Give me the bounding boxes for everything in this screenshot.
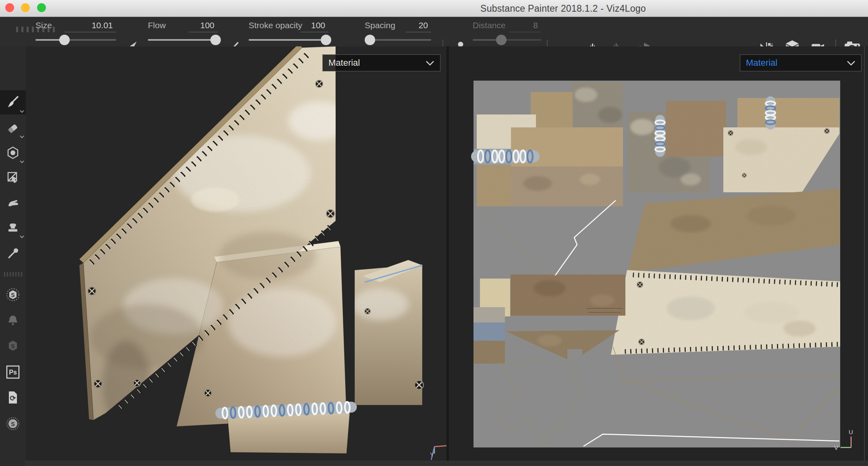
2d-uv-viewport[interactable]: UV	[449, 46, 868, 466]
stroke-opacity-slider[interactable]	[249, 39, 328, 41]
paint-brush-icon	[6, 96, 20, 109]
brush-settings-toolbar: Size 10.01 Flow 100 Stroke opacity 100 S…	[0, 17, 868, 46]
chevron-down-icon	[426, 60, 434, 66]
tool-polygon-fill[interactable]	[0, 165, 26, 189]
right-shading-mode-value: Material	[746, 58, 847, 68]
distance-parameter: Distance 8	[473, 19, 541, 44]
substance-share-icon: S	[6, 339, 20, 353]
svg-text:S: S	[11, 421, 15, 427]
tool-smudge[interactable]	[0, 190, 26, 214]
eraser-icon	[6, 121, 20, 135]
polygon-fill-icon	[6, 171, 20, 184]
substance-source-icon: S	[6, 287, 20, 302]
chevron-down-icon	[20, 135, 24, 138]
tool-export-photoshop[interactable]: Ps	[0, 360, 26, 384]
minimize-button[interactable]	[21, 3, 30, 12]
tool-resources-updater[interactable]: ⟳	[0, 385, 26, 410]
bell-icon	[6, 314, 20, 327]
clone-stamp-icon	[6, 221, 20, 235]
tool-eraser[interactable]	[0, 116, 26, 140]
substance-community-icon: S	[6, 416, 20, 431]
chevron-down-icon	[847, 60, 856, 66]
spacing-slider-handle[interactable]	[365, 35, 375, 45]
substance-painter-window: { "window": { "title": "Substance Painte…	[0, 0, 868, 466]
window-title: Substance Painter 2018.1.2 - Viz4Logo	[480, 3, 646, 14]
tool-clone[interactable]	[0, 216, 26, 240]
chevron-down-icon	[20, 235, 24, 238]
bottom-panel-splitter[interactable]	[25, 461, 868, 466]
svg-text:S: S	[11, 343, 15, 350]
resources-updater-icon: ⟳	[6, 391, 20, 404]
smudge-finger-icon	[6, 196, 20, 209]
flow-label: Flow	[148, 21, 166, 30]
svg-text:⟳: ⟳	[10, 394, 16, 402]
sidebar-divider	[4, 272, 22, 277]
spacing-label: Spacing	[365, 21, 395, 30]
spacing-value-field[interactable]: 20	[405, 21, 431, 32]
flow-slider-handle[interactable]	[210, 35, 221, 45]
distance-value-field: 8	[509, 21, 541, 32]
tool-notifications	[0, 308, 26, 333]
tool-substance-share: S	[0, 334, 26, 358]
chevron-down-icon	[20, 160, 24, 163]
close-button[interactable]	[5, 3, 14, 12]
flow-parameter: Flow 100	[148, 19, 218, 44]
svg-text:V: V	[834, 444, 838, 451]
size-slider[interactable]	[35, 39, 116, 41]
distance-slider-handle	[496, 35, 507, 45]
window-right-edge	[864, 46, 865, 466]
flow-slider[interactable]	[148, 39, 218, 41]
zoom-button[interactable]	[37, 3, 46, 12]
projection-icon	[6, 146, 20, 160]
3d-model-render[interactable]: XYZ	[26, 46, 446, 466]
spacing-slider[interactable]	[365, 39, 431, 41]
material-picker-icon	[6, 247, 20, 260]
size-value-field[interactable]: 10.01	[64, 21, 116, 32]
size-label: Size	[35, 21, 52, 30]
left-shading-mode-value: Material	[328, 58, 426, 68]
tool-substance-community[interactable]: S	[0, 412, 26, 436]
stroke-opacity-label: Stroke opacity	[249, 21, 302, 30]
tool-paint-brush[interactable]	[0, 90, 26, 114]
title-bar: Substance Painter 2018.1.2 - Viz4Logo	[0, 0, 868, 17]
svg-text:Ps: Ps	[9, 369, 17, 376]
distance-slider	[473, 39, 541, 41]
uv-texture-render[interactable]: UV	[449, 46, 868, 466]
flow-value-field[interactable]: 100	[189, 21, 218, 32]
svg-text:U: U	[849, 429, 853, 435]
photoshop-icon: Ps	[6, 365, 20, 379]
spacing-parameter: Spacing 20	[365, 19, 431, 44]
tool-sidebar: S S Ps ⟳ S	[0, 46, 26, 466]
size-parameter: Size 10.01	[35, 19, 116, 44]
stroke-opacity-slider-handle[interactable]	[321, 35, 331, 45]
stroke-opacity-parameter: Stroke opacity 100	[249, 19, 328, 44]
right-viewport-shading-dropdown[interactable]: Material	[740, 54, 862, 71]
tool-substance-source[interactable]: S	[0, 283, 26, 307]
svg-text:S: S	[11, 292, 15, 298]
3d-viewport[interactable]: XYZ	[26, 46, 446, 466]
stroke-opacity-value-field[interactable]: 100	[300, 21, 328, 32]
distance-label: Distance	[473, 21, 506, 30]
chevron-down-icon	[20, 110, 24, 113]
tool-material-picker[interactable]	[0, 241, 26, 266]
size-slider-handle[interactable]	[59, 35, 70, 45]
svg-text:Y: Y	[430, 451, 434, 458]
tool-projection[interactable]	[0, 141, 26, 165]
left-viewport-shading-dropdown[interactable]: Material	[322, 54, 440, 71]
